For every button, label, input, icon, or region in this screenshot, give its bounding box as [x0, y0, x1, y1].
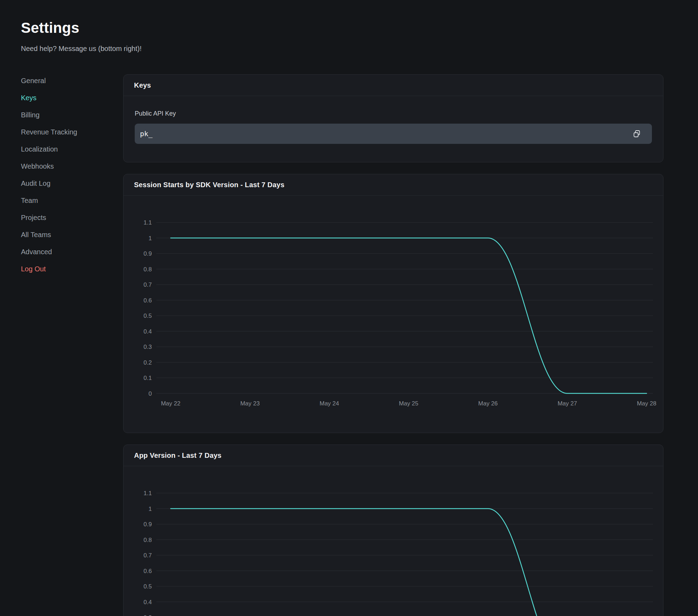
public-api-key-field[interactable]: pk_ [135, 124, 652, 144]
sidebar-item-advanced[interactable]: Advanced [21, 243, 123, 261]
svg-text:May 28: May 28 [637, 400, 656, 407]
public-api-key-label: Public API Key [135, 110, 652, 117]
svg-text:0.1: 0.1 [143, 375, 152, 381]
svg-text:0.3: 0.3 [143, 614, 152, 616]
svg-text:May 25: May 25 [399, 400, 418, 407]
sidebar-item-log-out[interactable]: Log Out [21, 261, 123, 278]
keys-card-title: Keys [134, 81, 151, 89]
svg-text:0.7: 0.7 [143, 552, 152, 559]
sidebar-item-billing[interactable]: Billing [21, 107, 123, 124]
sidebar-item-revenue-tracking[interactable]: Revenue Tracking [21, 124, 123, 141]
sdk-chart-header: Session Starts by SDK Version - Last 7 D… [124, 174, 663, 196]
svg-text:0.5: 0.5 [143, 313, 152, 319]
svg-text:0.6: 0.6 [143, 568, 152, 574]
keys-card-body: Public API Key pk_ [124, 96, 663, 162]
sidebar-item-localization[interactable]: Localization [21, 141, 123, 158]
sidebar-item-general[interactable]: General [21, 72, 123, 89]
svg-text:May 23: May 23 [240, 400, 260, 407]
svg-text:0.8: 0.8 [143, 537, 152, 543]
svg-text:0.3: 0.3 [143, 344, 152, 350]
page-title: Settings [21, 20, 663, 36]
svg-text:May 22: May 22 [161, 400, 180, 407]
content-row: GeneralKeysBillingRevenue TrackingLocali… [21, 74, 663, 616]
page-subtitle: Need help? Message us (bottom right)! [21, 45, 663, 53]
public-api-key-value: pk_ [140, 130, 153, 138]
copy-api-key-button[interactable] [631, 129, 642, 139]
keys-card: Keys Public API Key pk_ [123, 74, 663, 162]
sidebar-item-all-teams[interactable]: All Teams [21, 226, 123, 243]
svg-text:1.1: 1.1 [143, 219, 152, 226]
sdk-version-chart-card: Session Starts by SDK Version - Last 7 D… [123, 174, 663, 433]
svg-text:May 24: May 24 [320, 400, 339, 407]
keys-card-header: Keys [124, 75, 663, 96]
app-chart-header: App Version - Last 7 Days [124, 445, 663, 466]
svg-text:1: 1 [149, 235, 152, 242]
sdk-version-chart: 1.110.90.80.70.60.50.40.30.20.10May 22Ma… [124, 196, 663, 433]
sidebar-item-keys[interactable]: Keys [21, 89, 123, 107]
svg-text:May 26: May 26 [478, 400, 498, 407]
sidebar-item-projects[interactable]: Projects [21, 209, 123, 226]
sidebar-item-audit-log[interactable]: Audit Log [21, 175, 123, 192]
settings-sidebar: GeneralKeysBillingRevenue TrackingLocali… [21, 72, 123, 278]
svg-text:1.1: 1.1 [143, 490, 152, 497]
svg-text:1: 1 [149, 506, 152, 512]
copy-icon [633, 130, 641, 138]
svg-text:May 27: May 27 [558, 400, 577, 407]
svg-text:0: 0 [149, 390, 152, 397]
main-column: Keys Public API Key pk_ [123, 74, 663, 616]
svg-text:0.4: 0.4 [143, 328, 152, 335]
svg-text:0.4: 0.4 [143, 599, 152, 606]
app-version-chart-card: App Version - Last 7 Days 1.110.90.80.70… [123, 445, 663, 616]
svg-text:0.7: 0.7 [143, 281, 152, 288]
svg-text:0.6: 0.6 [143, 297, 152, 304]
sidebar-item-webhooks[interactable]: Webhooks [21, 158, 123, 175]
settings-page: Settings Need help? Message us (bottom r… [0, 0, 698, 616]
sdk-chart-title: Session Starts by SDK Version - Last 7 D… [134, 181, 284, 189]
svg-text:0.9: 0.9 [143, 521, 152, 528]
sidebar-item-team[interactable]: Team [21, 192, 123, 209]
svg-text:0.5: 0.5 [143, 583, 152, 590]
svg-text:0.8: 0.8 [143, 266, 152, 273]
svg-text:0.9: 0.9 [143, 250, 152, 257]
app-version-chart: 1.110.90.80.70.60.50.40.30.20.10May 22Ma… [124, 466, 663, 616]
app-chart-title: App Version - Last 7 Days [134, 452, 222, 460]
svg-text:0.2: 0.2 [143, 359, 152, 366]
